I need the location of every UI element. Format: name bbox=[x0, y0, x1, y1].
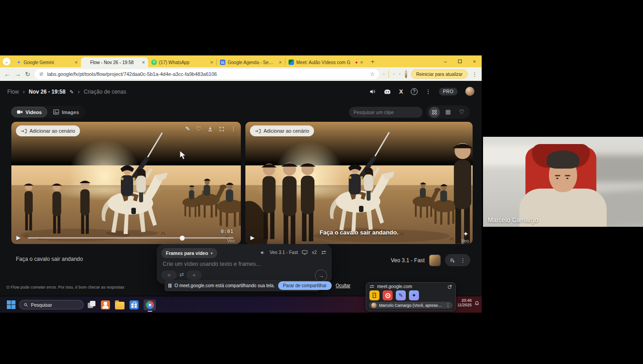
tab-whatsapp[interactable]: ✆ (17) WhatsApp × bbox=[148, 57, 216, 67]
media-control-icon[interactable] bbox=[399, 71, 401, 77]
x-logo-icon[interactable]: X bbox=[399, 88, 403, 95]
discord-icon[interactable] bbox=[384, 89, 391, 95]
play-icon[interactable]: ▶ bbox=[16, 234, 20, 241]
sparkle-icon: ✦ bbox=[412, 292, 416, 299]
hide-share-bar-link[interactable]: Ocultar bbox=[336, 283, 350, 288]
bookmark-star-icon[interactable]: ☆ bbox=[370, 71, 375, 77]
tab-close-icon[interactable]: × bbox=[279, 60, 282, 65]
play-icon[interactable]: ▶ bbox=[250, 234, 254, 241]
clip-menu-icon[interactable]: ⋮ bbox=[460, 257, 466, 264]
add-to-scene-button[interactable]: Adicionar ao cenário bbox=[16, 125, 80, 136]
breadcrumb-project[interactable]: Nov 26 - 19:58 bbox=[29, 89, 65, 95]
video-card-2[interactable]: Adicionar ao cenário Faça o cavalo sair … bbox=[245, 122, 473, 244]
add-frame-end-button[interactable]: + bbox=[186, 270, 202, 280]
veo-sparkle-icon: ✦ bbox=[463, 230, 469, 238]
tab-label: Google Gemini bbox=[24, 60, 73, 65]
flow-page: Flow › Nov 26 - 19:58 ✎ › Criação de cen… bbox=[0, 81, 482, 296]
maximize-button[interactable] bbox=[453, 55, 467, 67]
progress-handle[interactable] bbox=[179, 235, 184, 240]
pop-out-icon[interactable] bbox=[448, 284, 452, 289]
grid-view-button[interactable] bbox=[429, 107, 440, 118]
output-count[interactable]: x2 bbox=[312, 250, 317, 255]
chrome-button-active[interactable] bbox=[144, 299, 156, 310]
taskbar-search[interactable]: Pesquisar bbox=[19, 300, 84, 309]
add-frame-start-button[interactable]: + bbox=[161, 270, 177, 280]
notifications-bell-icon[interactable] bbox=[474, 300, 480, 306]
favorites-button[interactable]: ♡ bbox=[456, 107, 467, 118]
file-explorer-button[interactable] bbox=[115, 302, 125, 309]
clip-search-input[interactable] bbox=[354, 110, 415, 115]
mode-selector[interactable]: Frames para vídeo ▾ bbox=[161, 248, 217, 258]
address-bar[interactable]: labs.google/fx/pt/tools/flow/project/742… bbox=[35, 69, 379, 79]
restart-to-update-button[interactable]: Reiniciar para atualizar bbox=[411, 70, 468, 79]
close-button[interactable]: × bbox=[467, 55, 482, 67]
add-to-scene-button[interactable]: Adicionar ao cenário bbox=[250, 125, 314, 136]
gemini-sparkle-button[interactable]: ✦ bbox=[409, 290, 419, 300]
add-to-scene-icon bbox=[21, 129, 27, 134]
breadcrumb-app[interactable]: Flow bbox=[7, 89, 19, 95]
profile-avatar[interactable] bbox=[405, 70, 407, 78]
edit-pencil-icon[interactable]: ✎ bbox=[70, 89, 74, 95]
leave-call-button[interactable] bbox=[369, 290, 379, 300]
speaker-icon[interactable] bbox=[369, 88, 376, 95]
reload-icon[interactable]: ↻ bbox=[25, 71, 30, 77]
monitor-icon bbox=[302, 250, 308, 255]
swap-frames-icon[interactable]: ⇄ bbox=[179, 271, 184, 278]
heart-icon[interactable]: ♡ bbox=[196, 125, 201, 132]
microsoft-store-button[interactable] bbox=[130, 300, 139, 309]
flow-menu-icon[interactable]: ⋮ bbox=[425, 88, 431, 95]
tab-google-meet[interactable]: Meet: Aulão Vídeos com G × bbox=[285, 57, 366, 67]
participant-menu-icon[interactable]: ⋮ bbox=[446, 303, 450, 308]
stop-sharing-button[interactable]: Parar de compartilhar bbox=[278, 281, 332, 290]
tab-videos[interactable]: Videos bbox=[11, 107, 47, 117]
card-menu-icon[interactable]: ⋮ bbox=[230, 125, 236, 132]
clip-thumbnail[interactable] bbox=[429, 254, 441, 266]
tab-label: (17) WhatsApp bbox=[159, 60, 208, 65]
tab-search-button[interactable]: ⌄ bbox=[3, 58, 10, 65]
tab-close-icon[interactable]: × bbox=[75, 60, 78, 65]
orange-app-button[interactable] bbox=[101, 300, 110, 309]
download-icon[interactable] bbox=[207, 126, 213, 132]
progress-bar[interactable] bbox=[28, 237, 234, 239]
browser-menu-icon[interactable]: ⋮ bbox=[472, 71, 478, 77]
edit-pencil-icon[interactable]: ✎ bbox=[185, 125, 190, 132]
tab-flow-active[interactable]: Flow - Nov 26 - 19:58 × bbox=[81, 57, 148, 67]
downloads-icon[interactable] bbox=[393, 71, 395, 77]
tab-google-agenda[interactable]: 31 Google Agenda - Semana de 2 × bbox=[217, 57, 285, 67]
help-icon[interactable]: ? bbox=[411, 88, 418, 95]
clip-search[interactable] bbox=[349, 107, 423, 118]
speaker-icon[interactable] bbox=[260, 250, 265, 255]
new-tab-button[interactable]: + bbox=[368, 57, 377, 66]
prompt-model-label[interactable]: Veo 3.1 - Fast bbox=[269, 250, 298, 255]
taskbar-clock[interactable]: 20:46 11/2025 bbox=[454, 298, 472, 307]
table-view-button[interactable] bbox=[443, 107, 454, 118]
start-button[interactable] bbox=[7, 300, 15, 309]
fullscreen-icon[interactable] bbox=[219, 126, 224, 132]
record-icon bbox=[385, 293, 390, 298]
extensions-icon[interactable] bbox=[383, 71, 385, 77]
tab-google-gemini[interactable]: ✦ Google Gemini × bbox=[13, 57, 81, 67]
tab-close-icon[interactable]: × bbox=[210, 60, 213, 65]
site-settings-icon[interactable] bbox=[39, 71, 44, 77]
view-toggle-group: ♡ bbox=[426, 105, 470, 119]
meet-mini-popup: meet.google.com ✎ ✦ Marcelo Camargo (Voc… bbox=[366, 282, 456, 311]
tab-close-icon[interactable]: × bbox=[360, 60, 363, 65]
minimize-button[interactable]: – bbox=[438, 55, 453, 67]
taskbar-search-label: Pesquisar bbox=[31, 302, 52, 308]
maximize-icon bbox=[458, 60, 462, 63]
calendar-icon: 31 bbox=[220, 60, 225, 65]
tab-images[interactable]: Images bbox=[48, 107, 84, 117]
back-icon[interactable]: ← bbox=[4, 71, 10, 77]
sliders-icon[interactable] bbox=[321, 249, 327, 255]
record-button[interactable] bbox=[383, 290, 393, 300]
forward-icon[interactable]: → bbox=[15, 71, 21, 77]
task-view-button[interactable] bbox=[88, 301, 96, 309]
prompt-input-placeholder[interactable]: Crie um vídeo usando texto e frames... bbox=[163, 261, 260, 267]
tab-close-icon[interactable]: × bbox=[142, 60, 145, 65]
annotate-button[interactable]: ✎ bbox=[396, 290, 406, 300]
tab-label: Flow - Nov 26 - 19:58 bbox=[84, 60, 140, 65]
presenting-participant[interactable]: Marcelo Camargo (Você, apresentan... ⋮ bbox=[369, 302, 453, 309]
flow-avatar[interactable] bbox=[465, 87, 474, 96]
playlist-icon[interactable] bbox=[449, 258, 455, 263]
video-card-1[interactable]: Adicionar ao cenário ✎ ♡ ⋮ Veo 0:01 ▶ bbox=[11, 122, 241, 244]
